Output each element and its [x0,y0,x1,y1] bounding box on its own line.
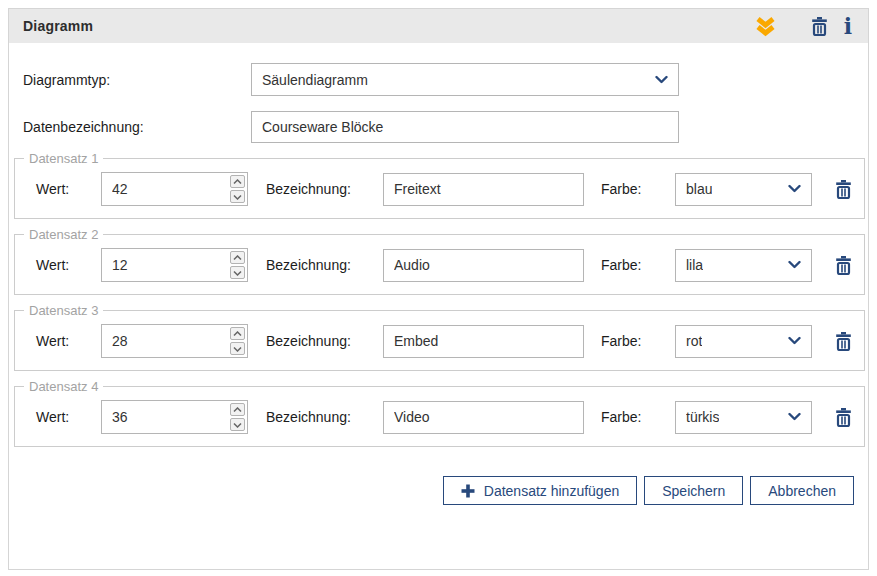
spinner-down-button[interactable] [230,418,245,431]
dataset-fieldset-4: Datensatz 4 Wert: Bezeichnung: Farbe: tü… [14,379,865,447]
farbe-label: Farbe: [601,409,675,425]
farbe-value: türkis [686,409,719,425]
data-label-row: Datenbezeichnung: [23,111,854,143]
trash-icon [835,180,852,199]
diagram-type-label: Diagrammtyp: [23,72,251,88]
cancel-button[interactable]: Abbrechen [750,476,854,505]
bezeichnung-label: Bezeichnung: [266,409,383,425]
spinner-down-button[interactable] [230,342,245,355]
add-dataset-button[interactable]: Datensatz hinzufügen [443,476,637,505]
farbe-select[interactable]: türkis [675,401,812,434]
dataset-legend: Datensatz 3 [24,303,103,318]
bezeichnung-input[interactable] [383,401,584,434]
add-dataset-label: Datensatz hinzufügen [484,483,619,499]
wert-input[interactable] [102,173,230,205]
delete-dataset-button[interactable] [835,256,852,275]
bezeichnung-label: Bezeichnung: [266,181,383,197]
chevron-down-icon [655,75,668,84]
bezeichnung-input[interactable] [383,249,584,282]
panel-header: Diagramm i [9,9,868,43]
panel-title: Diagramm [23,18,93,34]
farbe-select[interactable]: blau [675,173,812,206]
info-icon: i [844,16,852,36]
delete-dataset-button[interactable] [835,180,852,199]
wert-number-input-wrap [101,324,248,358]
diagram-type-row: Diagrammtyp: Säulendiagramm [23,63,854,96]
data-label-input[interactable] [251,111,679,143]
diagram-type-value: Säulendiagramm [262,72,368,88]
wert-number-input-wrap [101,172,248,206]
wert-number-input-wrap [101,248,248,282]
farbe-label: Farbe: [601,257,675,273]
dataset-legend: Datensatz 1 [24,151,103,166]
wert-label: Wert: [36,409,101,425]
save-button[interactable]: Speichern [644,476,743,505]
wert-input[interactable] [102,249,230,281]
cancel-label: Abbrechen [768,483,836,499]
wert-input[interactable] [102,401,230,433]
trash-icon [835,408,852,427]
double-chevron-down-icon [756,16,775,37]
spinner-up-button[interactable] [230,175,245,188]
dataset-fieldset-1: Datensatz 1 Wert: Bezeichnung: Farbe: bl… [14,151,865,219]
dataset-legend: Datensatz 4 [24,379,103,394]
footer-button-row: Datensatz hinzufügen Speichern Abbrechen [9,476,854,505]
double-chevron-down-icon[interactable] [756,16,775,37]
wert-input[interactable] [102,325,230,357]
delete-dataset-button[interactable] [835,408,852,427]
diagram-type-select[interactable]: Säulendiagramm [251,63,679,96]
trash-icon [811,17,828,36]
bezeichnung-label: Bezeichnung: [266,333,383,349]
wert-label: Wert: [36,333,101,349]
wert-label: Wert: [36,181,101,197]
trash-icon [835,332,852,351]
farbe-value: lila [686,257,703,273]
farbe-value: blau [686,181,712,197]
chevron-down-icon [788,337,801,346]
trash-icon [835,256,852,275]
spinner-up-button[interactable] [230,403,245,416]
info-button[interactable]: i [844,16,852,36]
dataset-legend: Datensatz 2 [24,227,103,242]
farbe-select[interactable]: lila [675,249,812,282]
data-label-label: Datenbezeichnung: [23,119,251,135]
plus-icon [461,484,475,498]
chevron-down-icon [788,261,801,270]
delete-block-button[interactable] [811,17,828,36]
bezeichnung-label: Bezeichnung: [266,257,383,273]
spinner-down-button[interactable] [230,266,245,279]
chevron-down-icon [788,185,801,194]
chevron-down-icon [788,413,801,422]
wert-label: Wert: [36,257,101,273]
farbe-select[interactable]: rot [675,325,812,358]
dataset-fieldset-3: Datensatz 3 Wert: Bezeichnung: Farbe: ro… [14,303,865,371]
farbe-value: rot [686,333,702,349]
dataset-fieldset-2: Datensatz 2 Wert: Bezeichnung: Farbe: li… [14,227,865,295]
wert-number-input-wrap [101,400,248,434]
farbe-label: Farbe: [601,181,675,197]
spinner-down-button[interactable] [230,190,245,203]
bezeichnung-input[interactable] [383,325,584,358]
diagram-editor-panel: Diagramm i Di [8,8,869,570]
delete-dataset-button[interactable] [835,332,852,351]
spinner-up-button[interactable] [230,327,245,340]
bezeichnung-input[interactable] [383,173,584,206]
save-label: Speichern [662,483,725,499]
farbe-label: Farbe: [601,333,675,349]
spinner-up-button[interactable] [230,251,245,264]
